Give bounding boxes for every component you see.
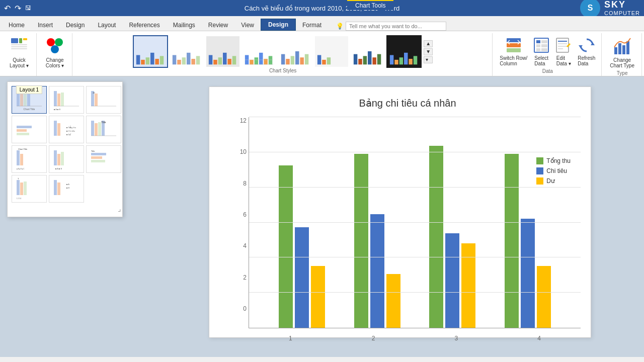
svg-rect-119 bbox=[20, 183, 23, 195]
legend-item-tongthu: Tổng thu bbox=[536, 157, 571, 164]
svg-rect-21 bbox=[209, 55, 213, 65]
refresh-data-button[interactable]: RefreshData bbox=[576, 35, 597, 68]
svg-rect-80 bbox=[27, 91, 30, 106]
chart-style-4[interactable] bbox=[242, 35, 277, 68]
y-axis: 0 2 4 6 8 10 12 bbox=[234, 117, 249, 328]
legend-color-yellow bbox=[536, 177, 543, 185]
svg-rect-74 bbox=[618, 43, 621, 54]
select-data-button[interactable]: SelectData bbox=[531, 35, 551, 68]
svg-rect-115 bbox=[91, 156, 102, 159]
chart-style-6[interactable] bbox=[314, 35, 349, 68]
bar-1-green bbox=[279, 165, 293, 328]
svg-rect-22 bbox=[213, 60, 217, 64]
chart-style-8[interactable] bbox=[386, 35, 422, 68]
svg-rect-53 bbox=[404, 53, 408, 64]
tab-references[interactable]: References bbox=[122, 19, 166, 31]
svg-rect-112 bbox=[61, 152, 64, 165]
chart-style-2[interactable] bbox=[169, 35, 204, 68]
svg-rect-37 bbox=[291, 56, 295, 64]
svg-rect-42 bbox=[322, 60, 326, 64]
svg-rect-89 bbox=[95, 94, 98, 106]
svg-rect-54 bbox=[409, 59, 413, 64]
refresh-data-label: RefreshData bbox=[578, 55, 595, 66]
change-chart-type-icon bbox=[613, 37, 631, 57]
redo-button[interactable]: ↷ bbox=[15, 4, 21, 13]
scroll-down-arrow[interactable]: ▼ bbox=[424, 48, 433, 55]
svg-rect-73 bbox=[614, 47, 617, 54]
svg-rect-64 bbox=[536, 48, 540, 51]
svg-rect-92 bbox=[17, 126, 32, 128]
svg-rect-9 bbox=[136, 55, 140, 65]
bar-3-yellow bbox=[461, 243, 475, 328]
tab-home[interactable]: Home bbox=[2, 19, 31, 31]
bar-1-blue bbox=[295, 227, 309, 328]
svg-marker-72 bbox=[579, 45, 583, 48]
change-colors-button[interactable]: ChangeColors ▾ bbox=[42, 35, 68, 70]
tab-design-chart[interactable]: Design bbox=[261, 19, 296, 31]
ribbon: QuickLayout ▾ ChangeColors ▾ bbox=[0, 31, 644, 76]
bar-2-blue bbox=[370, 214, 384, 328]
grid-line-6 bbox=[249, 117, 581, 117]
change-chart-type-button[interactable]: ChangeChart Type bbox=[607, 35, 637, 70]
svg-rect-19 bbox=[192, 59, 196, 64]
svg-rect-5 bbox=[11, 48, 27, 49]
switch-row-column-button[interactable]: Switch Row/Column bbox=[498, 35, 529, 68]
layout-item-8[interactable]: ■ A ■ B bbox=[49, 145, 84, 173]
svg-rect-110 bbox=[54, 150, 57, 165]
layout-item-4[interactable] bbox=[12, 116, 47, 143]
tab-mailings[interactable]: Mailings bbox=[167, 19, 202, 31]
tab-view[interactable]: View bbox=[234, 19, 261, 31]
svg-rect-50 bbox=[390, 55, 394, 65]
select-data-icon bbox=[533, 37, 549, 55]
svg-text:T: T bbox=[18, 177, 19, 180]
quick-layout-button[interactable]: QuickLayout ▾ bbox=[6, 35, 32, 70]
layout-item-5[interactable]: ■ Tổng thu ■ Chi tiêu ■ Dư bbox=[49, 116, 84, 143]
svg-marker-71 bbox=[591, 42, 595, 45]
svg-rect-38 bbox=[295, 51, 299, 64]
svg-rect-16 bbox=[177, 60, 181, 64]
chart-styles-list bbox=[133, 35, 422, 68]
chart-style-7[interactable] bbox=[350, 35, 385, 68]
layout-item-11[interactable]: ■ A ■ B bbox=[49, 175, 84, 203]
scroll-more-arrow[interactable]: ▾ bbox=[424, 56, 433, 63]
svg-rect-83 bbox=[54, 91, 57, 106]
chart-style-1[interactable] bbox=[133, 35, 168, 68]
svg-rect-36 bbox=[286, 59, 290, 64]
bar-2-yellow bbox=[386, 274, 400, 328]
layout-item-6[interactable]: Title bbox=[86, 116, 121, 143]
dropdown-resize-handle[interactable]: ⌟ bbox=[12, 205, 121, 213]
scroll-up-arrow[interactable]: ▲ bbox=[424, 40, 433, 47]
svg-rect-84 bbox=[57, 94, 60, 106]
quick-layout-label: QuickLayout ▾ bbox=[10, 57, 29, 68]
ribbon-group-change-colors: ChangeColors ▾ bbox=[38, 33, 72, 76]
tab-design-word[interactable]: Design bbox=[59, 19, 91, 31]
chart-container[interactable]: Bảng chi tiêu cá nhân 0 2 4 6 8 10 12 bbox=[209, 86, 591, 338]
edit-data-button[interactable]: EditData ▾ bbox=[553, 35, 574, 68]
layout-item-1[interactable]: Layout 1 Chart Title bbox=[12, 86, 47, 114]
layout-item-2[interactable]: ■ A ■ B bbox=[49, 86, 84, 114]
chart-title: Bảng chi tiêu cá nhân bbox=[234, 97, 581, 109]
ribbon-tabs: Home Insert Design Layout References Mai… bbox=[0, 16, 644, 31]
svg-text:Chart Title: Chart Title bbox=[24, 108, 35, 111]
layout-item-7[interactable]: Chart Title ■ A ■ B ■ C bbox=[12, 145, 47, 173]
x-axis: 1 2 3 4 bbox=[249, 335, 581, 342]
tab-review[interactable]: Review bbox=[202, 19, 234, 31]
chart-styles-scroll[interactable]: ▲ ▼ ▾ bbox=[424, 40, 433, 63]
chart-style-3[interactable] bbox=[205, 35, 240, 68]
undo-button[interactable]: ↶ bbox=[4, 4, 11, 13]
svg-rect-43 bbox=[327, 57, 331, 64]
tab-layout[interactable]: Layout bbox=[91, 19, 122, 31]
tab-insert[interactable]: Insert bbox=[31, 19, 59, 31]
chart-style-5[interactable] bbox=[278, 35, 313, 68]
tab-format[interactable]: Format bbox=[296, 19, 328, 31]
quick-access-save[interactable]: 🖫 bbox=[25, 5, 31, 12]
layout-item-3[interactable]: 10 bbox=[86, 86, 121, 114]
select-data-label: SelectData bbox=[534, 55, 548, 66]
edit-data-icon bbox=[555, 37, 572, 55]
tell-me-input[interactable] bbox=[346, 22, 446, 31]
layout-item-9[interactable]: Title bbox=[86, 145, 121, 173]
layout-item-10[interactable]: T 1 2 3 4 bbox=[12, 175, 47, 203]
legend-label-tongthu: Tổng thu bbox=[546, 157, 571, 164]
svg-text:Title: Title bbox=[101, 121, 106, 124]
title-bar-left: ↶ ↷ 🖫 bbox=[4, 4, 31, 13]
